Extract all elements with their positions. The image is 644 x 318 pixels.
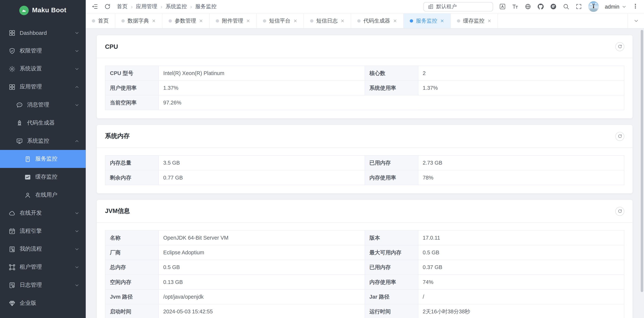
sidebar-item-online-users[interactable]: 在线用户: [0, 186, 86, 204]
chevron-down-icon: [74, 67, 79, 71]
card-refresh-button[interactable]: [615, 42, 624, 51]
sidebar-item-enterprise[interactable]: 企业版: [0, 294, 86, 312]
topbar-right: 默认租户: [423, 1, 638, 12]
jvm-table: 名称OpenJDK 64-Bit Server VM版本17.0.11厂商Ecl…: [105, 230, 624, 318]
desc-value: /: [418, 289, 624, 304]
chevron-down-icon: [74, 229, 79, 233]
tab-短信平台[interactable]: 短信平台: [257, 13, 304, 28]
close-icon[interactable]: [199, 19, 203, 23]
tab-label: 短信日志: [316, 17, 338, 24]
chart-icon: [24, 173, 31, 180]
close-icon[interactable]: [393, 19, 397, 23]
cloud-icon: [8, 209, 16, 216]
tab-服务监控[interactable]: 服务监控: [404, 13, 451, 28]
desc-value: 17.0.11: [418, 230, 624, 245]
search-icon[interactable]: [562, 3, 569, 10]
sidebar-fold-icon[interactable]: [92, 3, 98, 10]
sidebar-item-dashboard[interactable]: Dashboard: [0, 24, 86, 42]
desc-value: 0.37 GB: [418, 260, 624, 275]
refresh-icon: [618, 209, 622, 213]
tab-label: 数据字典: [128, 17, 149, 24]
card-title: CPU: [105, 43, 118, 50]
translate-icon[interactable]: [499, 3, 506, 10]
card-header: CPU: [97, 35, 632, 58]
tab-label: 缓存监控: [463, 17, 484, 24]
tab-附件管理[interactable]: 附件管理: [210, 13, 257, 28]
tenant-select-value: 默认租户: [436, 3, 457, 10]
breadcrumb-item[interactable]: 应用管理: [136, 3, 157, 10]
sidebar-item-message-mgmt[interactable]: 消息管理: [0, 96, 86, 114]
card-memory: 系统内存内存总量3.5 GB已用内存2.73 GB剩余内存0.77 GB内存使用…: [97, 125, 632, 193]
sidebar-item-label: 代码生成器: [27, 119, 55, 127]
chevron-down-icon: [74, 265, 79, 269]
sidebar-item-workflow-engine[interactable]: 流程引擎: [0, 222, 86, 240]
tab-缓存监控[interactable]: 缓存监控: [451, 13, 498, 28]
sidebar-item-my-workflow[interactable]: 我的流程: [0, 240, 86, 258]
sidebar-item-permission-mgmt[interactable]: 权限管理: [0, 42, 86, 60]
desc-label: 内存总量: [105, 156, 158, 170]
close-icon[interactable]: [440, 19, 444, 23]
font-size-icon[interactable]: [512, 3, 518, 10]
tab-短信日志[interactable]: 短信日志: [304, 13, 351, 28]
github-icon[interactable]: [537, 3, 544, 10]
close-icon[interactable]: [340, 19, 344, 23]
breadcrumb-item[interactable]: 服务监控: [195, 3, 216, 10]
tab-status-dot: [92, 19, 95, 22]
tenant-select[interactable]: 默认租户: [423, 2, 493, 11]
sidebar-item-code-generator[interactable]: 代码生成器: [0, 114, 86, 132]
chevron-down-icon: [74, 103, 79, 107]
tab-数据字典[interactable]: 数据字典: [115, 13, 162, 28]
avatar[interactable]: [588, 1, 599, 12]
desc-label: 启动时间: [105, 304, 158, 318]
close-icon[interactable]: [293, 19, 298, 23]
user-menu[interactable]: admin: [605, 3, 626, 10]
table-row: Jvm 路径/opt/java/openjdkJar 路径/: [105, 289, 624, 304]
monitor-icon: [16, 137, 23, 144]
close-icon[interactable]: [246, 19, 250, 23]
vertical-scrollbar[interactable]: [641, 30, 643, 292]
desc-value: 2024-05-03 15:42:55: [158, 304, 365, 318]
tab-参数管理[interactable]: 参数管理: [162, 13, 210, 28]
sidebar-item-tenant-mgmt[interactable]: 租户管理: [0, 258, 86, 276]
globe-icon[interactable]: [524, 3, 531, 10]
card-jvm: JVM信息名称OpenJDK 64-Bit Server VM版本17.0.11…: [97, 200, 632, 318]
topbar-actions: [499, 3, 582, 10]
main-area: 首页›应用管理›系统监控›服务监控 默认租户: [86, 0, 644, 318]
tab-list-dropdown[interactable]: [628, 13, 644, 28]
sidebar-item-system-monitor[interactable]: 系统监控: [0, 132, 86, 150]
fullscreen-icon[interactable]: [576, 3, 582, 10]
grid-icon: [8, 83, 16, 90]
desc-value: 2.73 GB: [418, 156, 624, 170]
tab-status-dot: [216, 19, 219, 22]
sidebar-item-label: 服务监控: [35, 155, 58, 163]
more-menu-icon[interactable]: [632, 3, 638, 10]
rocket-icon: [16, 119, 23, 126]
breadcrumb: 首页›应用管理›系统监控›服务监控: [117, 3, 217, 10]
breadcrumb-item[interactable]: 系统监控: [166, 3, 187, 10]
sidebar-item-cache-monitor[interactable]: 缓存监控: [0, 168, 86, 186]
table-row: 厂商Eclipse Adoptium最大可用内存0.5 GB: [105, 245, 624, 260]
tab-代码生成器[interactable]: 代码生成器: [351, 13, 404, 28]
sidebar-item-online-dev[interactable]: 在线开发: [0, 204, 86, 222]
desc-label: 版本: [365, 230, 418, 245]
sidebar-item-app-management[interactable]: 应用管理: [0, 78, 86, 96]
sidebar-item-log-mgmt[interactable]: 日志管理: [0, 276, 86, 294]
table-row: 用户使用率1.37%系统使用率1.37%: [105, 80, 624, 95]
card-title: 系统内存: [105, 132, 130, 140]
desc-label: 运行时间: [365, 304, 418, 318]
tab-首页[interactable]: 首页: [86, 13, 115, 28]
close-icon[interactable]: [152, 19, 156, 23]
sidebar-item-service-monitor[interactable]: 服务监控: [0, 150, 86, 168]
card-refresh-button[interactable]: [615, 207, 624, 216]
table-row: 名称OpenJDK 64-Bit Server VM版本17.0.11: [105, 230, 624, 245]
sidebar-item-system-settings[interactable]: 系统设置: [0, 60, 86, 78]
refresh-page-icon[interactable]: [104, 3, 111, 10]
desc-label: 空闲内存: [105, 275, 158, 289]
card-refresh-button[interactable]: [615, 132, 624, 141]
sidebar-item-demo[interactable]: Demo: [0, 312, 86, 318]
breadcrumb-item[interactable]: 首页: [117, 3, 128, 10]
gitee-icon[interactable]: [550, 3, 556, 10]
close-icon[interactable]: [488, 19, 492, 23]
sidebar-item-label: 在线用户: [35, 191, 58, 199]
desc-label: 当前空闲率: [105, 95, 158, 110]
